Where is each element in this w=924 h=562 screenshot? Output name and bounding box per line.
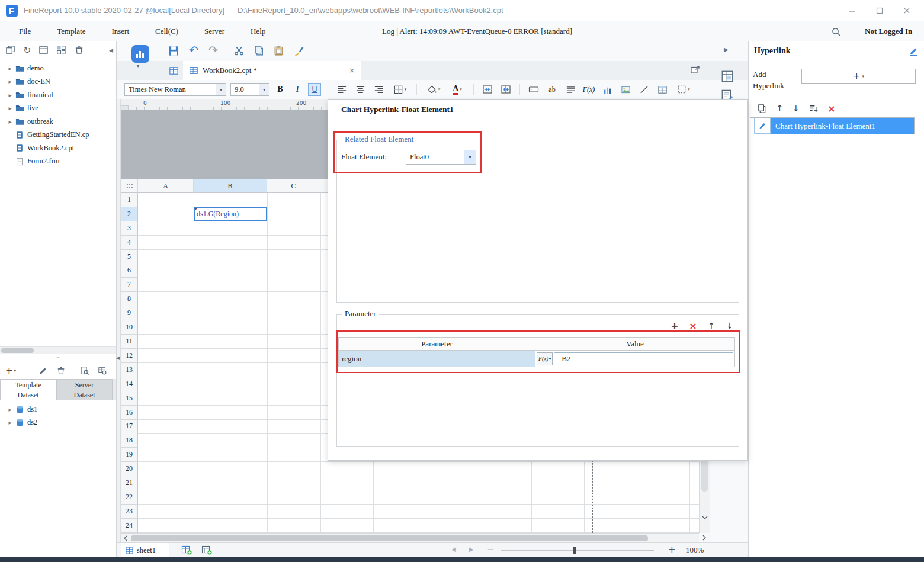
font-family-select[interactable]: Times New Roman▾ — [124, 83, 226, 96]
unmerge-cells-icon[interactable] — [499, 82, 513, 97]
zoom-slider[interactable] — [500, 550, 654, 551]
scroll-down-button[interactable] — [700, 513, 710, 522]
workbook-tab[interactable]: WorkBook2.cpt * × — [183, 61, 361, 80]
row-header-10[interactable]: 10 — [121, 320, 138, 335]
align-left-icon[interactable] — [335, 82, 349, 97]
delete-dataset-icon[interactable] — [56, 366, 66, 375]
scroll-left-button[interactable] — [122, 535, 129, 542]
sidebar-scrollbar[interactable] — [0, 346, 116, 354]
tab-close-icon[interactable]: × — [349, 66, 355, 75]
fx-button[interactable]: F(x)▾ — [537, 352, 553, 365]
add-parameter-button[interactable]: + — [669, 320, 680, 331]
tab-template-dataset[interactable]: TemplateDataset — [0, 379, 56, 400]
parameter-value-input[interactable]: =B2 — [554, 352, 733, 365]
float-element-select[interactable]: Float0 ▾ — [406, 150, 476, 165]
tree-item[interactable]: ▸doc-EN — [0, 75, 116, 89]
switch-directory-icon[interactable] — [5, 45, 15, 55]
row-header-4[interactable]: 4 — [121, 236, 138, 250]
tab-server-dataset[interactable]: ServerDataset — [56, 379, 113, 400]
underline-button[interactable]: U — [308, 83, 321, 96]
template-version-icon[interactable] — [56, 45, 66, 55]
format-painter-button[interactable] — [293, 45, 304, 56]
collapse-right-panel-icon[interactable]: ▶ — [724, 46, 729, 53]
down-arrow-icon[interactable]: ↓ — [793, 103, 800, 114]
report-block-icon[interactable] — [655, 82, 669, 97]
row-header-22[interactable]: 22 — [121, 490, 138, 505]
align-center-icon[interactable] — [353, 82, 367, 97]
cell-b2[interactable]: ds1.G(Region) — [194, 207, 267, 221]
expand-arrow-icon[interactable]: ▸ — [6, 419, 14, 426]
tree-item[interactable]: WorkBook2.cpt — [0, 142, 116, 155]
row-header-16[interactable]: 16 — [121, 406, 138, 420]
font-size-select[interactable]: 9.0▾ — [230, 83, 270, 96]
zoom-slider-thumb[interactable] — [573, 547, 576, 554]
move-down-button[interactable]: ↓ — [724, 320, 735, 331]
row-header-24[interactable]: 24 — [121, 519, 138, 533]
row-header-1[interactable]: 1 — [121, 193, 138, 207]
expand-arrow-icon[interactable]: ▸ — [6, 118, 14, 125]
page-prev-button[interactable]: ◀ — [451, 546, 456, 553]
maximize-button[interactable] — [866, 0, 893, 21]
align-right-icon[interactable] — [371, 82, 386, 97]
page-next-button[interactable]: ▶ — [469, 546, 474, 553]
add-hyperlink-button[interactable]: + ▾ — [801, 69, 916, 84]
column-header-a[interactable]: A — [138, 179, 194, 193]
row-header-7[interactable]: 7 — [121, 278, 138, 292]
italic-button[interactable]: I — [291, 83, 304, 96]
row-header-2[interactable]: 2 — [121, 207, 138, 221]
window-arrow-icon[interactable] — [690, 65, 701, 75]
tree-item[interactable]: ▸live — [0, 102, 116, 115]
row-header-13[interactable]: 13 — [121, 363, 138, 377]
paste-button[interactable] — [273, 45, 284, 56]
dashed-box-icon[interactable]: ▾ — [673, 82, 694, 97]
row-header-15[interactable]: 15 — [121, 391, 138, 406]
edit-pencil-icon[interactable] — [909, 46, 919, 56]
preview-window-icon[interactable] — [38, 45, 49, 55]
collapse-directory-icon[interactable]: ◀ — [109, 47, 113, 53]
zoom-in-button[interactable]: + — [668, 544, 676, 555]
row-header-8[interactable]: 8 — [121, 292, 138, 306]
copy-icon[interactable] — [757, 104, 767, 114]
report-grid-icon[interactable] — [169, 66, 179, 76]
search-icon[interactable] — [830, 26, 842, 38]
copy-button[interactable] — [254, 45, 265, 56]
menu-item-file[interactable]: File — [19, 27, 31, 36]
row-header-21[interactable]: 21 — [121, 476, 138, 490]
new-polyblock-sheet-icon[interactable] — [201, 545, 212, 555]
parameter-name-cell[interactable]: region — [338, 351, 535, 367]
column-header-c[interactable]: C — [267, 179, 320, 193]
ab-text-icon[interactable]: ab — [545, 82, 559, 97]
login-status[interactable]: Not Logged In — [865, 21, 912, 41]
expand-arrow-icon[interactable]: ▸ — [6, 78, 14, 85]
row-header-17[interactable]: 17 — [121, 420, 138, 434]
expand-arrow-icon[interactable]: ▸ — [6, 65, 14, 72]
paragraph-lines-icon[interactable] — [563, 82, 578, 97]
close-button[interactable] — [893, 0, 920, 21]
add-dataset-button[interactable]: +▾ — [5, 365, 16, 376]
row-header-6[interactable]: 6 — [121, 264, 138, 278]
sort-icon[interactable] — [808, 104, 819, 114]
redo-button[interactable]: ↷ — [208, 43, 218, 56]
row-header-11[interactable]: 11 — [121, 335, 138, 349]
fill-color-icon[interactable]: ▾ — [424, 82, 444, 97]
cell-attribute-pane-icon[interactable] — [720, 69, 734, 84]
row-header-9[interactable]: 9 — [121, 306, 138, 320]
border-select-icon[interactable]: ▾ — [390, 82, 410, 97]
edit-pencil-icon[interactable] — [38, 366, 48, 375]
chart-bars-icon[interactable] — [600, 82, 614, 97]
preview-dataset-icon[interactable] — [80, 366, 89, 375]
undo-button[interactable]: ↶ — [189, 43, 198, 56]
refresh-icon[interactable]: ↻ — [23, 44, 31, 56]
dataset-item-ds1[interactable]: ▸ds1 — [0, 403, 116, 416]
expand-arrow-icon[interactable]: ▸ — [6, 105, 14, 111]
menu-item-help[interactable]: Help — [251, 27, 265, 36]
row-header-23[interactable]: 23 — [121, 505, 138, 519]
expand-arrow-icon[interactable]: ▸ — [6, 406, 14, 413]
table-search-icon[interactable] — [98, 366, 107, 375]
font-color-icon[interactable]: A▾ — [448, 82, 467, 97]
expand-arrow-icon[interactable]: ▸ — [6, 92, 14, 98]
menu-item-template[interactable]: Template — [57, 27, 85, 36]
zoom-out-button[interactable]: − — [487, 544, 495, 555]
chart-dropdown-arrow[interactable]: ▾ — [137, 63, 139, 69]
move-up-button[interactable]: ↑ — [706, 320, 717, 331]
